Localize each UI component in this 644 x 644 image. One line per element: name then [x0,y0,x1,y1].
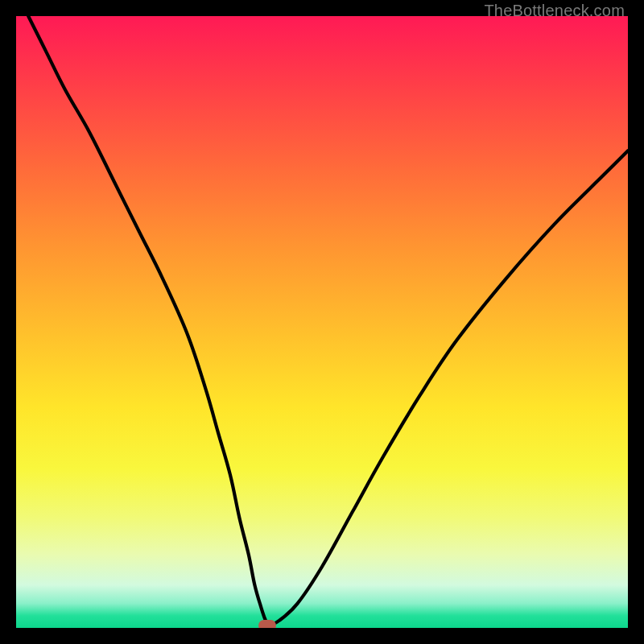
watermark-text: TheBottleneck.com [484,2,625,20]
chart-frame [0,0,644,644]
plot-gradient-background [16,16,628,628]
optimum-marker [258,620,276,631]
bottleneck-curve [16,16,628,628]
